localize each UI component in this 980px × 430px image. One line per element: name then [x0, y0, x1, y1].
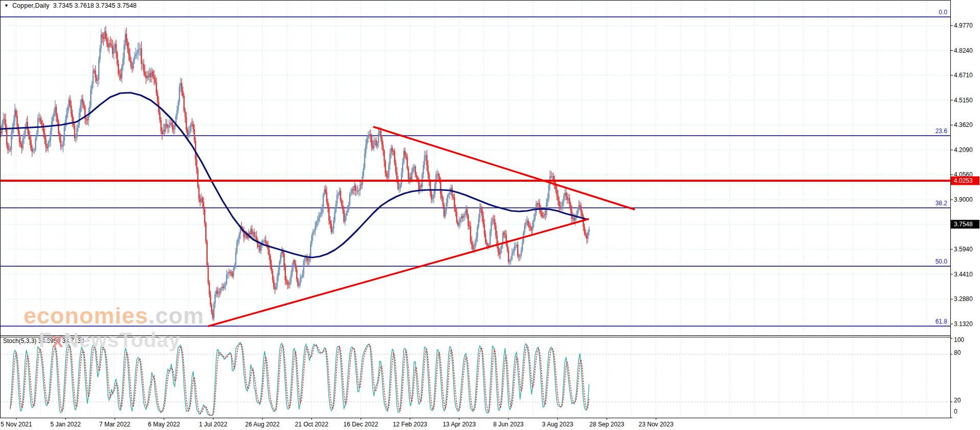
- price-chart-canvas[interactable]: 0.023.638.250.061.84.97704.82404.67104.5…: [0, 0, 980, 430]
- price-tick-label: 4.3620: [954, 121, 973, 128]
- candle-body: [431, 192, 432, 200]
- candle-body: [92, 84, 93, 90]
- date-label[interactable]: 6 May 2022: [148, 421, 180, 428]
- date-label[interactable]: 7 Mar 2022: [99, 421, 130, 428]
- candle-body: [279, 261, 280, 270]
- candle-body: [24, 135, 25, 138]
- date-label[interactable]: 26 Aug 2022: [245, 421, 280, 428]
- date-label[interactable]: 1 Jul 2022: [199, 421, 228, 428]
- candle-body: [581, 206, 582, 212]
- candle-body: [303, 261, 305, 274]
- candle-body: [46, 140, 47, 147]
- chevron-down-icon[interactable]: ▼: [4, 3, 9, 9]
- candle-body: [115, 44, 116, 48]
- candle-body: [264, 240, 265, 241]
- candle-body: [425, 155, 427, 156]
- price-tick-label: 4.5150: [954, 97, 973, 104]
- candle-body: [266, 243, 268, 245]
- candle-body: [55, 107, 56, 113]
- candle-body: [270, 255, 271, 265]
- candle-body: [4, 119, 6, 120]
- candle-body: [311, 236, 313, 244]
- date-label[interactable]: 3 Aug 2023: [542, 421, 573, 428]
- candle-body: [41, 121, 42, 124]
- date-label[interactable]: 12 Feb 2023: [393, 421, 428, 428]
- candle-body: [364, 154, 366, 168]
- candle-body: [113, 48, 115, 54]
- candle-body: [161, 120, 162, 131]
- candle-body: [276, 286, 277, 289]
- candle-body: [486, 243, 487, 245]
- candle-body: [331, 224, 332, 232]
- candle-body: [401, 173, 403, 185]
- date-label[interactable]: 28 Sep 2023: [589, 421, 624, 428]
- candle-body: [524, 225, 526, 232]
- candle-body: [386, 174, 388, 177]
- candle-body: [230, 272, 231, 272]
- candle-body: [253, 232, 254, 234]
- candle-body: [7, 145, 9, 150]
- candle-body: [411, 172, 413, 180]
- candle-body: [371, 136, 372, 146]
- date-label[interactable]: 16 Dec 2022: [343, 421, 378, 428]
- candle-body: [171, 123, 172, 123]
- candle-body: [33, 150, 34, 152]
- candle-body: [299, 285, 300, 286]
- candle-body: [325, 189, 326, 192]
- candle-body: [163, 130, 164, 134]
- date-label[interactable]: 23 Nov 2023: [639, 421, 674, 428]
- candle-body: [458, 222, 460, 226]
- candle-body: [365, 145, 367, 154]
- candle-body: [403, 151, 405, 163]
- candle-body: [162, 131, 163, 134]
- candle-body: [174, 124, 176, 130]
- candle-body: [322, 208, 323, 212]
- candle-body: [388, 165, 390, 178]
- trendline-ascending-support[interactable]: [209, 219, 588, 326]
- candle-body: [186, 117, 187, 129]
- candle-body: [315, 226, 316, 231]
- fib-label-50.0: 50.0: [936, 258, 948, 265]
- candle-body: [170, 123, 171, 125]
- candle-body: [426, 155, 428, 165]
- candle-body: [392, 148, 393, 152]
- candle-body: [103, 37, 104, 39]
- candle-body: [556, 190, 558, 196]
- candle-body: [560, 206, 561, 207]
- candle-body: [328, 208, 330, 221]
- date-label[interactable]: 5 Nov 2021: [1, 421, 32, 428]
- candle-body: [323, 195, 324, 208]
- candle-body: [259, 245, 261, 251]
- price-tag-value: 3.7548: [954, 221, 973, 228]
- candle-body: [258, 245, 260, 247]
- date-label[interactable]: 8 Jun 2023: [493, 421, 524, 428]
- candle-body: [165, 124, 167, 131]
- candle-body: [260, 244, 262, 251]
- candle-body: [352, 189, 354, 190]
- price-tick-label: 4.9770: [954, 22, 973, 29]
- candle-body: [440, 181, 441, 194]
- candle-body: [349, 195, 351, 205]
- date-label[interactable]: 5 Jan 2022: [51, 421, 81, 428]
- candle-body: [108, 43, 110, 47]
- price-tick-label: 4.6710: [954, 72, 973, 79]
- candle-body: [585, 233, 587, 235]
- date-label[interactable]: 13 Apr 2023: [442, 421, 476, 428]
- candle-body: [71, 105, 72, 114]
- chart-window: 0.023.638.250.061.84.97704.82404.67104.5…: [0, 0, 980, 430]
- candle-body: [52, 117, 54, 121]
- candle-body: [327, 202, 329, 208]
- candle-body: [494, 220, 496, 226]
- candle-body: [354, 185, 355, 190]
- candle-body: [543, 217, 544, 217]
- candle-body: [94, 71, 95, 71]
- date-label[interactable]: 21 Oct 2022: [295, 421, 329, 428]
- candle-body: [81, 99, 82, 105]
- candle-body: [124, 45, 125, 58]
- price-tick-label: 3.2880: [954, 295, 973, 303]
- candle-body: [485, 234, 486, 242]
- candle-body: [61, 146, 63, 147]
- candle-body: [395, 163, 397, 172]
- candle-body: [527, 221, 529, 225]
- candle-body: [37, 119, 39, 134]
